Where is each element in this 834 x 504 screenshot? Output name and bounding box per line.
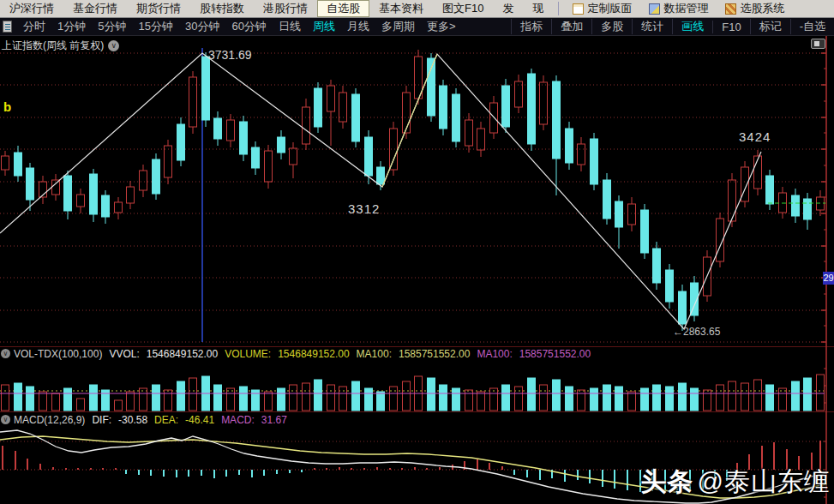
candlestick-chart[interactable] [0,0,834,504]
menu-items: 沪深行情基金行情期货行情股转指数港股行情自选股基本资料图文F10发现 [0,0,553,17]
period-item-2[interactable]: 5分钟 [92,19,132,34]
low-price-label: ←2863.65 [673,326,720,338]
toolbar-right-item-2[interactable]: 多股 [591,19,632,34]
menu-item-8[interactable]: 发 [493,0,523,17]
trading-app-window: 沪深行情基金行情期货行情股转指数港股行情自选股基本资料图文F10发现 定制版面数… [0,0,834,504]
candle-body [566,129,573,163]
candle-body [390,129,398,170]
candle-body [490,103,498,133]
ma100-value: 1585751552.00 [399,348,470,360]
candle-body [741,167,749,201]
toolbar-right-item-4[interactable]: 画线 [672,19,712,34]
toolbar-right-item-5[interactable]: F10 [712,21,749,33]
toolbar-right-item-0[interactable]: 指标 [511,19,551,34]
candle-body [15,153,22,176]
volume-bar [52,393,60,411]
volume-bar [641,388,649,411]
volume-bar [766,385,774,411]
menu-item-2[interactable]: 期货行情 [127,0,190,17]
menu-item-7[interactable]: 图文F10 [433,0,493,17]
volume-bar [615,387,623,411]
volume-bar [540,385,548,411]
collapse-icon[interactable]: ∨ [1,349,10,358]
volume-bar [502,385,510,411]
macd-value: 31.67 [261,414,287,426]
menu-item-6[interactable]: 基本资料 [369,0,433,17]
collapse-icon[interactable]: ∨ [1,415,10,424]
menu-item-1[interactable]: 基金行情 [63,0,127,17]
candle-body [352,94,360,141]
period-item-9[interactable]: 多周期 [375,19,421,34]
volume-bar [339,387,347,411]
volume-bar [741,383,749,411]
volume-bar [377,392,385,411]
volume-bar [428,378,435,411]
volume-bar [240,387,248,411]
menu-item-0[interactable]: 沪深行情 [0,0,63,17]
candle-body [140,171,147,190]
chart-corner-icon[interactable] [811,39,825,49]
period-item-3[interactable]: 15分钟 [132,19,178,34]
candle-body [77,195,85,207]
period-items: 分时1分钟5分钟15分钟30分钟60分钟日线周线月线多周期更多> [17,19,461,34]
volume-bar [77,399,85,411]
menu-tool-label: 数据管理 [663,1,708,16]
page-icon[interactable] [3,21,12,33]
period-item-7[interactable]: 周线 [307,19,341,34]
period-item-8[interactable]: 月线 [341,19,375,34]
menu-tool-label: 选股系统 [740,1,784,16]
volume-value: 1546849152.00 [278,348,349,360]
candle-body [615,201,623,227]
period-item-10[interactable]: 更多> [421,19,462,34]
candle-body [553,81,561,159]
candle-body [403,93,411,133]
menu-item-9[interactable]: 现 [523,0,553,17]
menu-tool-0[interactable]: 定制版面 [564,1,640,16]
volume-bar [578,390,585,411]
menu-tool-2[interactable]: 选股系统 [717,1,793,16]
chart-title-text: 上证指数(周线 前复权) [2,39,104,53]
volume-bar [252,390,260,411]
candle-body [691,283,699,315]
toolbar-right-item-7[interactable]: -自选 [790,19,834,34]
volume-label: VOLUME: [225,348,271,360]
candle-body [64,176,72,211]
macd-indicator-name: MACD(12,26,9) [14,414,85,426]
volume-bar [717,385,724,411]
candle-body [202,57,210,120]
menu-tool-1[interactable]: 数据管理 [640,1,717,16]
candle-body [365,137,373,176]
candle-body [666,270,674,302]
candle-body [729,180,736,221]
candle-body [115,202,123,213]
menu-item-4[interactable]: 港股行情 [254,0,317,17]
candle-body [265,151,273,182]
candle-body [717,219,724,261]
candle-body [189,77,197,127]
volume-bar [453,388,460,411]
volume-bar [303,383,310,411]
period-item-5[interactable]: 60分钟 [225,19,272,34]
vvol-label: VVOL: [109,348,139,360]
candle-body [779,193,787,213]
volume-bar [792,381,800,411]
period-item-4[interactable]: 30分钟 [179,19,225,34]
volume-bar [140,388,147,411]
volume-bar [804,378,812,411]
period-item-6[interactable]: 日线 [273,19,307,34]
macd-label: MACD: [221,414,255,426]
menu-item-5[interactable]: 自选股 [317,0,369,17]
menu-item-3[interactable]: 股转指数 [190,0,254,17]
toolbar-right-item-1[interactable]: 叠加 [551,19,591,34]
chevron-down-icon[interactable]: ∨ [108,40,119,51]
menu-separator [558,2,559,15]
volume-bar [403,381,411,411]
volume-bar [15,383,22,411]
volume-bar [2,385,9,411]
candle-body [540,82,548,124]
volume-bar [352,381,360,411]
toolbar-right-item-6[interactable]: 标记 [750,19,790,34]
period-item-1[interactable]: 1分钟 [51,19,92,34]
period-item-0[interactable]: 分时 [17,19,51,34]
toolbar-right-item-3[interactable]: 统计 [632,19,672,34]
